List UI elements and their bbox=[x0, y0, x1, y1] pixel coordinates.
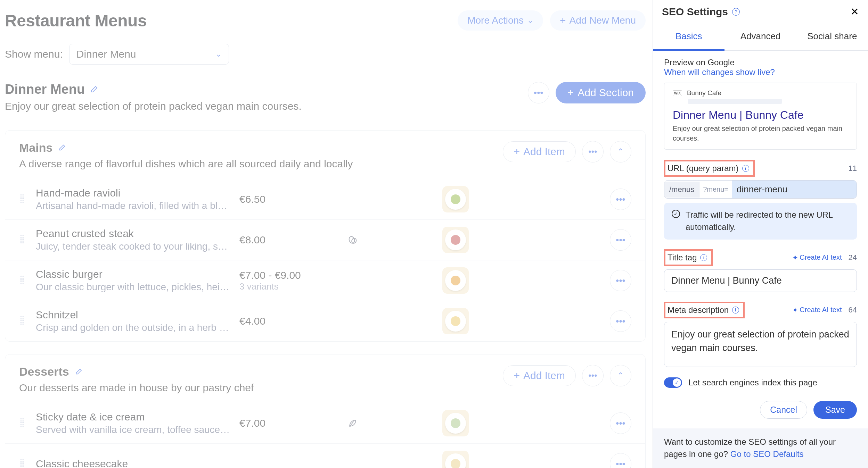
add-item-button[interactable]: + Add Item bbox=[503, 141, 576, 162]
title-label-highlight: Title tag i bbox=[664, 249, 713, 266]
dots-icon: ••• bbox=[616, 316, 625, 327]
more-actions-button[interactable]: More Actions ⌄ bbox=[458, 10, 543, 31]
item-more-button[interactable]: ••• bbox=[610, 270, 631, 291]
item-description: Crisp and golden on the outside, in a he… bbox=[36, 322, 230, 333]
item-more-button[interactable]: ••• bbox=[610, 189, 631, 210]
section-collapse-button[interactable]: ⌃ bbox=[610, 365, 631, 386]
filter-label: Show menu: bbox=[5, 48, 63, 60]
google-preview-card: WIX Bunny Cafe Dinner Menu | Bunny Cafe … bbox=[664, 83, 857, 150]
save-button[interactable]: Save bbox=[813, 401, 857, 419]
wix-icon: WIX bbox=[673, 90, 682, 96]
index-toggle[interactable]: ✓ bbox=[664, 377, 682, 388]
info-icon[interactable]: i bbox=[700, 254, 707, 261]
meta-label-highlight: Meta description i bbox=[664, 302, 745, 318]
section-more-button[interactable]: ••• bbox=[582, 141, 604, 162]
menu-title: Dinner Menu bbox=[5, 82, 85, 97]
preview-url-placeholder bbox=[688, 99, 782, 104]
close-icon[interactable]: ✕ bbox=[850, 6, 859, 18]
item-variants: 3 variants bbox=[239, 281, 330, 292]
allergen-icon bbox=[347, 235, 358, 245]
drag-handle-icon[interactable]: ⠿⠿ bbox=[18, 420, 27, 427]
menu-select[interactable]: Dinner Menu ⌄ bbox=[69, 44, 229, 65]
menu-item-row[interactable]: ⠿⠿ Sticky date & ice cream Served with v… bbox=[5, 403, 645, 443]
item-thumbnail bbox=[442, 267, 469, 294]
item-thumbnail bbox=[442, 227, 469, 253]
item-price: €7.00 bbox=[239, 417, 330, 429]
item-description: Juicy, tender steak cooked to your likin… bbox=[36, 241, 230, 252]
meta-char-count: 64 bbox=[845, 306, 857, 315]
menu-item-row[interactable]: ⠿⠿ Peanut crusted steak Juicy, tender st… bbox=[5, 219, 645, 260]
menu-more-button[interactable]: ••• bbox=[528, 82, 549, 103]
seo-defaults-link[interactable]: Go to SEO Defaults bbox=[730, 449, 804, 459]
dots-icon: ••• bbox=[588, 371, 597, 381]
item-more-button[interactable]: ••• bbox=[610, 310, 631, 332]
dots-icon: ••• bbox=[616, 418, 625, 429]
dots-icon: ••• bbox=[588, 147, 597, 157]
item-more-button[interactable]: ••• bbox=[610, 412, 631, 434]
create-ai-meta-button[interactable]: ✦ Create AI text bbox=[792, 306, 842, 314]
add-item-label: Add Item bbox=[523, 370, 565, 382]
title-tag-label: Title tag i bbox=[668, 253, 707, 262]
drag-handle-icon[interactable]: ⠿⠿ bbox=[18, 460, 27, 467]
menu-item-row[interactable]: ⠿⠿ Classic cheesecake ••• bbox=[5, 443, 645, 468]
item-name: Sticky date & ice cream bbox=[36, 411, 230, 423]
url-base: /menus bbox=[664, 182, 699, 198]
item-name: Classic burger bbox=[36, 268, 230, 280]
item-thumbnail bbox=[442, 308, 469, 334]
sparkle-icon: ✦ bbox=[792, 306, 798, 314]
info-icon[interactable]: i bbox=[732, 307, 739, 314]
item-price: €7.00 - €9.00 bbox=[239, 269, 330, 281]
tab-basics[interactable]: Basics bbox=[653, 23, 724, 51]
plus-icon: + bbox=[514, 146, 520, 158]
redirect-notice: ✓ Traffic will be redirected to the new … bbox=[664, 203, 857, 240]
add-section-button[interactable]: + Add Section bbox=[556, 82, 646, 103]
drag-handle-icon[interactable]: ⠿⠿ bbox=[18, 236, 27, 243]
menu-item-row[interactable]: ⠿⠿ Schnitzel Crisp and golden on the out… bbox=[5, 301, 645, 341]
url-value[interactable]: dinner-menu bbox=[732, 181, 857, 198]
tab-social-share[interactable]: Social share bbox=[796, 23, 868, 50]
item-name: Schnitzel bbox=[36, 309, 230, 321]
item-more-button[interactable]: ••• bbox=[610, 229, 631, 251]
plus-icon: + bbox=[567, 87, 574, 99]
url-input[interactable]: /menus ?menu= dinner-menu bbox=[664, 180, 857, 199]
edit-icon[interactable] bbox=[58, 144, 66, 152]
item-description: Our classic burger with lettuce, pickles… bbox=[36, 282, 230, 293]
chevron-down-icon: ⌄ bbox=[215, 50, 222, 59]
seo-panel: SEO Settings ? ✕ Basics Advanced Social … bbox=[653, 0, 868, 468]
add-item-button[interactable]: + Add Item bbox=[503, 365, 576, 386]
url-label: URL (query param) i bbox=[668, 164, 749, 173]
add-menu-button[interactable]: + Add New Menu bbox=[550, 10, 646, 31]
section-collapse-button[interactable]: ⌃ bbox=[610, 141, 631, 162]
preview-changes-link[interactable]: When will changes show live? bbox=[664, 67, 857, 77]
help-icon[interactable]: ? bbox=[732, 8, 740, 16]
add-item-label: Add Item bbox=[523, 146, 565, 158]
preview-description: Enjoy our great selection of protein pac… bbox=[673, 124, 848, 143]
drag-handle-icon[interactable]: ⠿⠿ bbox=[18, 196, 27, 203]
leaf-icon bbox=[347, 418, 358, 428]
item-thumbnail bbox=[442, 410, 469, 436]
edit-icon[interactable] bbox=[90, 85, 98, 94]
section-more-button[interactable]: ••• bbox=[582, 365, 604, 386]
preview-title: Dinner Menu | Bunny Cafe bbox=[673, 109, 848, 122]
meta-description-input[interactable]: Enjoy our great selection of protein pac… bbox=[664, 322, 857, 367]
title-tag-input[interactable]: Dinner Menu | Bunny Cafe bbox=[664, 269, 857, 292]
section-subtitle: Our desserts are made in house by our pa… bbox=[19, 382, 254, 394]
item-thumbnail bbox=[442, 451, 469, 468]
url-char-count: 11 bbox=[845, 164, 857, 173]
item-thumbnail bbox=[442, 186, 469, 212]
menu-item-row[interactable]: ⠿⠿ Classic burger Our classic burger wit… bbox=[5, 260, 645, 301]
item-more-button[interactable]: ••• bbox=[610, 453, 631, 468]
info-icon[interactable]: i bbox=[742, 165, 749, 172]
item-price: €6.50 bbox=[239, 193, 330, 205]
drag-handle-icon[interactable]: ⠿⠿ bbox=[18, 318, 27, 325]
dots-icon: ••• bbox=[534, 87, 543, 98]
drag-handle-icon[interactable]: ⠿⠿ bbox=[18, 277, 27, 284]
cancel-button[interactable]: Cancel bbox=[760, 401, 807, 419]
menu-item-row[interactable]: ⠿⠿ Hand-made ravioli Artisanal hand-made… bbox=[5, 179, 645, 219]
menu-subtitle: Enjoy our great selection of protein pac… bbox=[5, 100, 302, 112]
tab-advanced[interactable]: Advanced bbox=[724, 23, 796, 50]
edit-icon[interactable] bbox=[75, 368, 82, 376]
dots-icon: ••• bbox=[616, 194, 625, 205]
create-ai-title-button[interactable]: ✦ Create AI text bbox=[792, 253, 842, 262]
panel-footer: Want to customize the SEO settings of al… bbox=[653, 428, 868, 468]
